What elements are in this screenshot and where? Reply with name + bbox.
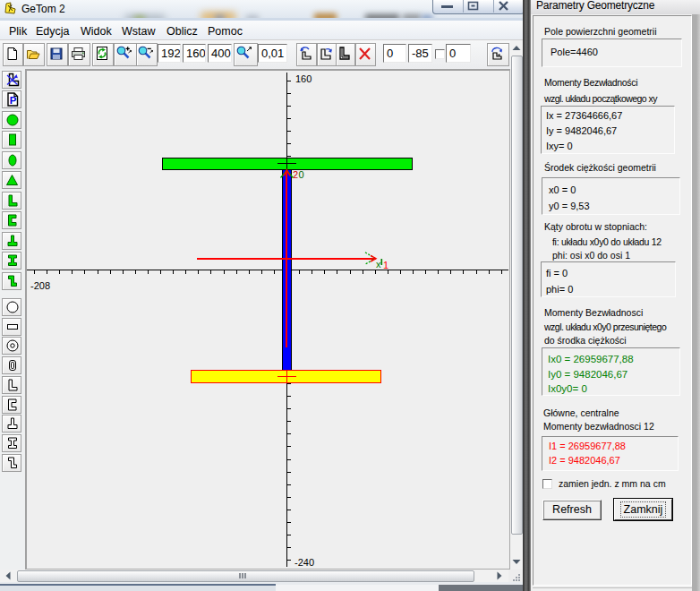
svg-text:1: 1 — [383, 260, 388, 270]
svg-text:-240: -240 — [295, 557, 314, 568]
svg-text:0: 0 — [299, 169, 304, 180]
svg-text:2: 2 — [293, 169, 298, 180]
svg-text:P: P — [10, 95, 17, 106]
svg-text:160: 160 — [295, 73, 312, 84]
svg-text:x: x — [376, 259, 381, 270]
svg-text:-208: -208 — [30, 280, 50, 291]
